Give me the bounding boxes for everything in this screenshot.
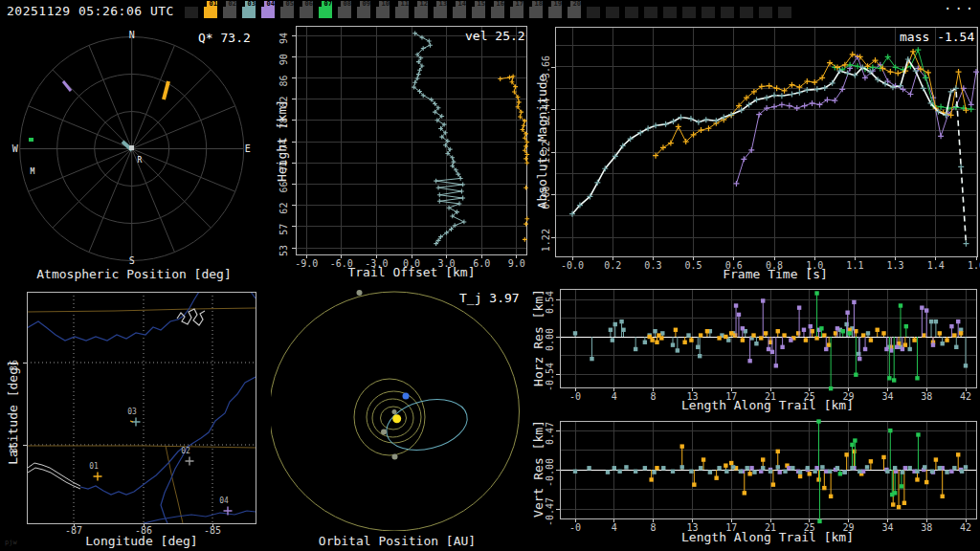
plus-marker <box>428 43 433 48</box>
vert-03-marker <box>964 465 968 469</box>
station-box <box>280 7 294 18</box>
vert-01-marker <box>692 482 696 486</box>
tick-label: 9.0 <box>508 258 525 269</box>
vert-03-marker <box>652 470 656 474</box>
horz-04-marker <box>920 305 924 309</box>
horz-03-marker <box>866 331 870 335</box>
vert-07-marker <box>817 519 821 523</box>
horz-04-marker <box>767 347 770 351</box>
overflow-menu-icon[interactable]: ··· <box>944 1 976 16</box>
tick-label: 8 <box>651 522 657 533</box>
station-box <box>548 7 562 18</box>
horz-07-marker <box>854 373 858 377</box>
horz-03-marker <box>941 342 945 345</box>
station-indicator-18[interactable]: 18 <box>529 0 543 20</box>
station-box <box>491 7 504 18</box>
station-box <box>357 7 370 18</box>
plus-marker <box>447 206 452 210</box>
horz-03-marker <box>613 322 617 326</box>
station-indicator-03[interactable]: 03 <box>242 0 256 20</box>
vert-01-marker <box>816 477 820 481</box>
horz-03-marker <box>686 333 690 337</box>
plus-marker <box>699 127 704 133</box>
station-number: 08 <box>341 1 351 7</box>
station-indicator-10[interactable]: 10 <box>376 0 390 20</box>
horz-03-marker <box>634 347 637 351</box>
station-indicator-04[interactable]: 04 <box>261 0 275 20</box>
station-indicator-14[interactable]: 14 <box>453 0 466 20</box>
tick-label: 8 <box>651 391 657 402</box>
plus-marker <box>844 71 850 77</box>
empty-slot-box <box>663 7 677 18</box>
tick-label: 38 <box>921 522 932 533</box>
horz-03-marker <box>573 331 577 335</box>
vert-03-marker <box>813 470 816 474</box>
station-indicator-08[interactable]: 08 <box>338 0 351 20</box>
station-number: 04 <box>264 1 275 7</box>
station-indicator-07[interactable]: 07 <box>319 0 332 20</box>
station-indicator-06[interactable]: 06 <box>300 0 313 20</box>
horz-04-marker <box>780 345 784 349</box>
vert-03-marker <box>923 465 926 469</box>
plus-marker <box>764 95 769 100</box>
vert-01-marker <box>771 482 775 486</box>
tick-label: 62 <box>278 203 289 214</box>
station-indicator-20[interactable]: 20 <box>568 0 581 20</box>
compass-label: N <box>129 30 135 40</box>
horz-01-marker <box>764 331 768 335</box>
plus-marker <box>774 85 780 91</box>
vert-03-marker <box>624 465 628 469</box>
tick-label: 42 <box>960 391 971 402</box>
horz-04-marker <box>884 347 888 351</box>
map-layers <box>27 292 256 523</box>
radiant-label: M <box>31 167 35 176</box>
vert-03-marker <box>661 466 665 470</box>
station-indicator-09[interactable]: 09 <box>357 0 370 20</box>
station-indicator-11[interactable]: 11 <box>395 0 409 20</box>
empty-slot-box <box>702 7 715 18</box>
station-box <box>395 7 409 18</box>
station-box <box>568 7 581 18</box>
station-indicator-13[interactable]: 13 <box>434 0 447 20</box>
station-slot-empty <box>625 0 638 20</box>
station-number: 12 <box>417 1 428 7</box>
station-indicator-19[interactable]: 19 <box>548 0 562 20</box>
plus-marker <box>663 121 669 127</box>
empty-slot-box <box>644 7 657 18</box>
station-number: 15 <box>475 1 485 7</box>
horz-03-marker <box>954 345 958 349</box>
plus-marker <box>963 241 969 247</box>
station-indicator-17[interactable]: 17 <box>510 0 523 20</box>
vert-03-marker <box>945 470 948 474</box>
horz-res-axis-label: Horz Res [km] <box>531 289 546 386</box>
plus-marker <box>907 91 913 97</box>
jupiter-dot <box>357 290 363 296</box>
horz-03-marker <box>676 348 679 352</box>
station-box <box>434 7 447 18</box>
horz-03-marker <box>857 352 860 356</box>
vert-01-marker <box>714 476 718 480</box>
vert-03-marker <box>612 466 616 470</box>
station-indicator-12[interactable]: 12 <box>414 0 428 20</box>
horz-04-marker <box>770 350 774 354</box>
longitude-axis-label: Longitude [deg] <box>85 534 197 548</box>
horz-01-marker <box>869 338 873 342</box>
station-indicator-15[interactable]: 15 <box>472 0 485 20</box>
atmospheric-title: Atmospheric Position [deg] <box>36 267 232 281</box>
tick-label: 1.22 <box>541 229 551 252</box>
vert-03-marker <box>885 470 889 474</box>
empty-slot-box <box>682 7 696 18</box>
vert-03-marker <box>930 470 934 474</box>
horz-04-marker <box>824 347 828 351</box>
vert-03-marker <box>643 466 647 470</box>
station-indicator-16[interactable]: 16 <box>491 0 504 20</box>
station-indicator-05[interactable]: 05 <box>280 0 294 20</box>
plus-marker <box>416 72 421 77</box>
plus-marker <box>796 90 802 96</box>
horz-04-marker <box>949 324 953 328</box>
plus-marker <box>827 60 833 66</box>
empty-slot-box <box>759 7 772 18</box>
station-indicator-01[interactable]: 01 <box>204 0 217 20</box>
station-indicator-02[interactable]: 02 <box>223 0 236 20</box>
border-mid <box>27 446 256 448</box>
